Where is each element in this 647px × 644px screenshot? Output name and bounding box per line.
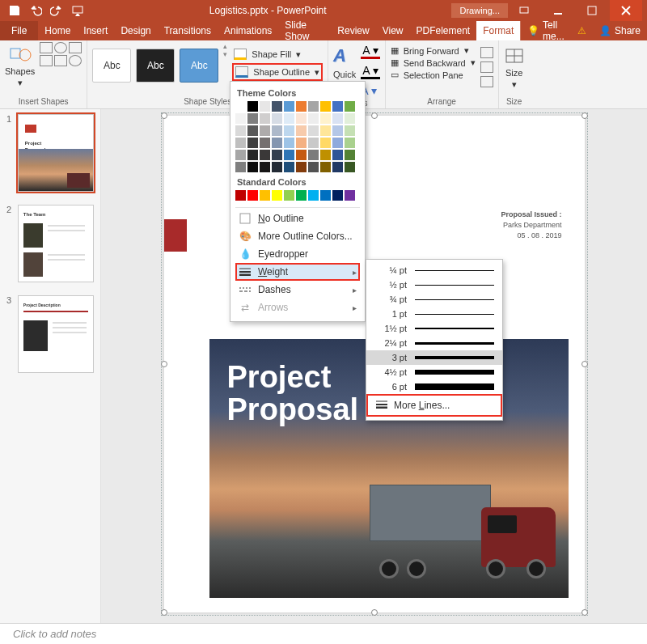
color-swatch[interactable] xyxy=(235,150,246,160)
undo-icon[interactable] xyxy=(29,4,42,17)
shape-fill-button[interactable]: Shape Fill ▾ xyxy=(232,47,323,61)
tab-design[interactable]: Design xyxy=(114,21,157,40)
color-swatch[interactable] xyxy=(296,101,307,112)
resize-handle[interactable] xyxy=(161,609,167,616)
color-swatch[interactable] xyxy=(247,125,258,136)
resize-handle[interactable] xyxy=(581,609,588,616)
tab-transitions[interactable]: Transitions xyxy=(158,21,218,40)
tell-me-search[interactable]: 💡Tell me... ⚠ xyxy=(521,21,593,40)
color-swatch[interactable] xyxy=(272,138,282,148)
color-swatch[interactable] xyxy=(247,162,258,172)
tab-view[interactable]: View xyxy=(376,21,410,40)
tab-format[interactable]: Format xyxy=(476,21,520,40)
color-swatch[interactable] xyxy=(284,138,294,148)
start-slideshow-icon[interactable] xyxy=(71,4,84,17)
color-swatch[interactable] xyxy=(247,150,258,160)
color-swatch[interactable] xyxy=(345,113,355,124)
tab-insert[interactable]: Insert xyxy=(77,21,114,40)
tab-home[interactable]: Home xyxy=(38,21,77,40)
color-swatch[interactable] xyxy=(235,138,246,148)
wordart-preview-icon[interactable]: A xyxy=(333,45,356,66)
notes-pane[interactable]: Click to add notes xyxy=(0,623,647,644)
color-swatch[interactable] xyxy=(332,138,343,148)
no-outline-item[interactable]: No Outline xyxy=(235,207,360,227)
color-swatch[interactable] xyxy=(308,113,319,124)
color-swatch[interactable] xyxy=(296,125,307,136)
minimize-icon[interactable] xyxy=(542,0,574,21)
style-chip-3[interactable]: Abc xyxy=(180,49,218,83)
more-outline-colors-item[interactable]: 🎨More Outline Colors... xyxy=(235,227,360,245)
weight-option[interactable]: 4½ pt xyxy=(366,365,502,379)
color-swatch[interactable] xyxy=(308,125,319,136)
eyedropper-item[interactable]: 💧Eyedropper xyxy=(235,245,360,263)
color-swatch[interactable] xyxy=(296,138,307,148)
weight-option[interactable]: ¼ pt xyxy=(366,263,502,278)
color-swatch[interactable] xyxy=(345,150,355,160)
shapes-button[interactable]: Shapes ▾ xyxy=(5,42,35,88)
tab-pdfelement[interactable]: PDFelement xyxy=(410,21,477,40)
color-swatch[interactable] xyxy=(308,190,319,201)
color-swatch[interactable] xyxy=(345,125,355,136)
weight-option[interactable]: ½ pt xyxy=(366,278,502,292)
color-swatch[interactable] xyxy=(284,113,294,124)
color-swatch[interactable] xyxy=(284,125,294,136)
bring-forward-button[interactable]: ▦Bring Forward ▾ xyxy=(391,45,476,56)
shape-outline-button[interactable]: Shape Outline ▾ xyxy=(232,63,323,81)
share-button[interactable]: 👤Share xyxy=(593,21,647,40)
color-swatch[interactable] xyxy=(272,113,282,124)
color-swatch[interactable] xyxy=(308,150,319,160)
maximize-icon[interactable] xyxy=(576,0,608,21)
style-chip-2[interactable]: Abc xyxy=(136,49,175,83)
thumbnail-2[interactable]: The Team xyxy=(18,205,94,282)
color-swatch[interactable] xyxy=(308,101,319,112)
color-swatch[interactable] xyxy=(247,190,258,201)
color-swatch[interactable] xyxy=(296,150,307,160)
shapes-gallery[interactable] xyxy=(40,42,82,66)
color-swatch[interactable] xyxy=(345,138,355,148)
style-gallery-scroll[interactable]: ▴▾ xyxy=(223,42,227,58)
color-swatch[interactable] xyxy=(235,190,246,201)
color-swatch[interactable] xyxy=(320,125,331,136)
color-swatch[interactable] xyxy=(320,113,331,124)
color-swatch[interactable] xyxy=(345,101,355,112)
resize-handle[interactable] xyxy=(581,361,588,367)
weight-option[interactable]: 6 pt xyxy=(366,379,502,394)
color-swatch[interactable] xyxy=(260,150,270,160)
color-swatch[interactable] xyxy=(345,162,355,172)
color-swatch[interactable] xyxy=(332,190,343,201)
weight-option[interactable]: 1 pt xyxy=(366,307,502,321)
tab-file[interactable]: File xyxy=(0,21,38,40)
resize-handle[interactable] xyxy=(371,112,378,119)
selection-pane-button[interactable]: ▭Selection Pane xyxy=(391,70,476,80)
text-outline-icon[interactable]: A ▾ xyxy=(361,64,379,79)
color-swatch[interactable] xyxy=(332,113,343,124)
color-swatch[interactable] xyxy=(235,125,246,136)
tab-review[interactable]: Review xyxy=(331,21,375,40)
standard-color-row[interactable] xyxy=(235,190,360,205)
color-swatch[interactable] xyxy=(247,101,258,112)
resize-handle[interactable] xyxy=(581,112,588,119)
weight-option[interactable]: 1½ pt xyxy=(366,321,502,336)
send-backward-button[interactable]: ▦Send Backward ▾ xyxy=(391,57,476,68)
close-icon[interactable] xyxy=(610,0,642,21)
weight-option[interactable]: 3 pt xyxy=(366,350,502,365)
weight-item[interactable]: Weight▸ xyxy=(235,263,360,281)
resize-handle[interactable] xyxy=(371,609,378,616)
theme-color-grid[interactable] xyxy=(235,101,360,176)
style-chip-1[interactable]: Abc xyxy=(92,49,131,83)
color-swatch[interactable] xyxy=(260,190,270,201)
color-swatch[interactable] xyxy=(296,162,307,172)
color-swatch[interactable] xyxy=(332,162,343,172)
color-swatch[interactable] xyxy=(247,113,258,124)
color-swatch[interactable] xyxy=(260,113,270,124)
weight-option[interactable]: 2¼ pt xyxy=(366,336,502,350)
align-rotate-group[interactable] xyxy=(480,42,493,87)
dashes-item[interactable]: Dashes▸ xyxy=(235,281,360,299)
color-swatch[interactable] xyxy=(272,125,282,136)
color-swatch[interactable] xyxy=(320,190,331,201)
resize-handle[interactable] xyxy=(161,112,167,119)
color-swatch[interactable] xyxy=(332,101,343,112)
color-swatch[interactable] xyxy=(235,113,246,124)
color-swatch[interactable] xyxy=(320,101,331,112)
weight-option[interactable]: ¾ pt xyxy=(366,292,502,307)
